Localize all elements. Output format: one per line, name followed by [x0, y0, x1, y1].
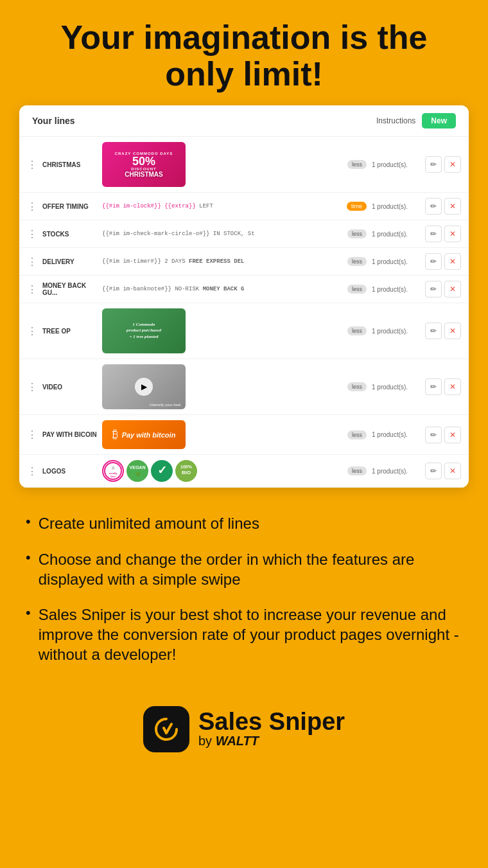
delete-button[interactable]: ✕: [444, 427, 461, 443]
certified-logo: ✓: [151, 460, 173, 482]
bullet-item: • Choose and change the order in which t…: [26, 549, 462, 589]
drag-handle[interactable]: ⋮: [27, 283, 37, 296]
line-preview: ₿ Pay with bitcoin: [102, 420, 342, 449]
action-buttons: ✏ ✕: [425, 427, 461, 443]
drag-handle[interactable]: ⋮: [27, 429, 37, 441]
bullet-text: Sales Sniper is your best shot to increa…: [39, 605, 462, 665]
brand-company: WALTT: [216, 734, 259, 748]
edit-button[interactable]: ✏: [425, 226, 442, 242]
line-preview: ▶ Intensify your look.: [102, 364, 342, 409]
edit-button[interactable]: ✏: [425, 323, 442, 339]
line-row: ⋮ PAY WITH BICOIN ₿ Pay with bitcoin les…: [19, 415, 469, 455]
edit-button[interactable]: ✏: [425, 427, 442, 443]
logos-banner: 🐰 cruelty free VEGAN 🌿: [102, 460, 197, 482]
edit-button[interactable]: ✏: [425, 281, 442, 297]
line-name: CHRISTMAS: [42, 161, 97, 168]
edit-button[interactable]: ✏: [425, 198, 442, 215]
bitcoin-icon: ₿: [112, 428, 118, 441]
tree-banner: 1 Commodoproduct purchased= 1 tree plant…: [102, 308, 186, 353]
drag-handle[interactable]: ⋮: [27, 256, 37, 268]
new-button[interactable]: New: [422, 113, 456, 128]
line-name: OFFER TIMING: [42, 203, 97, 210]
badge: less: [347, 160, 367, 169]
bullet-item: • Sales Sniper is your best shot to incr…: [26, 605, 462, 665]
line-row: ⋮ TREE OP 1 Commodoproduct purchased= 1 …: [19, 303, 469, 359]
badge: less: [347, 285, 367, 294]
drag-handle[interactable]: ⋮: [27, 465, 37, 477]
bullet-dot: •: [26, 549, 31, 566]
bullet-text: Create unlimited amount of lines: [39, 513, 259, 533]
line-row: ⋮ DELIVERY {{#im im-timer#}} 2 DAYS FREE…: [19, 248, 469, 276]
bio-logo: 100% BIO: [175, 460, 197, 482]
delete-button[interactable]: ✕: [444, 378, 461, 395]
drag-handle[interactable]: ⋮: [27, 200, 37, 213]
svg-text:100%: 100%: [180, 465, 193, 469]
bullet-dot: •: [26, 605, 31, 621]
vegan-logo: VEGAN 🌿: [126, 460, 148, 482]
play-button[interactable]: ▶: [135, 378, 153, 396]
line-preview: {{#im im-check-mark-circle-o#}} IN STOCK…: [102, 231, 342, 237]
bullets-section: • Create unlimited amount of lines • Cho…: [0, 500, 488, 693]
product-count: 1 product(s).: [372, 431, 420, 438]
badge: less: [347, 430, 367, 439]
line-name: VIDEO: [42, 384, 97, 391]
delete-button[interactable]: ✕: [444, 198, 461, 215]
badge: less: [347, 326, 367, 335]
app-header-right: Instructions New: [376, 113, 456, 128]
action-buttons: ✏ ✕: [425, 463, 461, 479]
app-window: Your lines Instructions New ⋮ CHRISTMAS …: [19, 105, 469, 488]
brand-name-sub: by WALTT: [198, 734, 345, 748]
action-buttons: ✏ ✕: [425, 156, 461, 173]
line-name: MONEY BACK GU...: [42, 282, 97, 296]
svg-point-4: [127, 461, 148, 481]
delete-button[interactable]: ✕: [444, 463, 461, 479]
badge: less: [347, 257, 367, 266]
action-buttons: ✏ ✕: [425, 323, 461, 339]
drag-handle[interactable]: ⋮: [27, 228, 37, 240]
edit-button[interactable]: ✏: [425, 378, 442, 395]
edit-button[interactable]: ✏: [425, 156, 442, 173]
line-preview: 🐰 cruelty free VEGAN 🌿: [102, 460, 342, 482]
bullet-text: Choose and change the order in which the…: [39, 549, 462, 589]
product-count: 1 product(s).: [372, 384, 420, 391]
app-header-title: Your lines: [32, 116, 75, 126]
product-count: 1 product(s).: [372, 328, 420, 335]
edit-button[interactable]: ✏: [425, 463, 442, 479]
line-row: ⋮ STOCKS {{#im im-check-mark-circle-o#}}…: [19, 220, 469, 248]
drag-handle[interactable]: ⋮: [27, 381, 37, 393]
brand-logo: [143, 706, 189, 752]
line-name: DELIVERY: [42, 258, 97, 265]
line-row: ⋮ MONEY BACK GU... {{#im im-banknote#}} …: [19, 276, 469, 303]
badge: less: [347, 382, 367, 391]
preview-text: {{#im im-check-mark-circle-o#}} IN STOCK…: [102, 231, 255, 237]
preview-text: {{#im im-clock#}} {{extra}} LEFT: [102, 203, 213, 209]
bullet-dot: •: [26, 513, 31, 530]
line-row: ⋮ OFFER TIMING {{#im im-clock#}} {{extra…: [19, 193, 469, 220]
badge: less: [347, 466, 367, 475]
delete-button[interactable]: ✕: [444, 281, 461, 297]
delete-button[interactable]: ✕: [444, 253, 461, 270]
bitcoin-banner: ₿ Pay with bitcoin: [102, 420, 186, 449]
svg-text:🌿: 🌿: [135, 472, 141, 477]
bullet-item: • Create unlimited amount of lines: [26, 513, 462, 533]
drag-handle[interactable]: ⋮: [27, 325, 37, 337]
line-name: LOGOS: [42, 468, 97, 475]
product-count: 1 product(s).: [372, 231, 420, 238]
delete-button[interactable]: ✕: [444, 156, 461, 173]
video-caption: Intensify your look.: [150, 403, 182, 407]
instructions-link[interactable]: Instructions: [376, 116, 415, 125]
brand-logo-icon: [151, 714, 182, 745]
action-buttons: ✏ ✕: [425, 378, 461, 395]
video-banner: ▶ Intensify your look.: [102, 364, 186, 409]
svg-text:VEGAN: VEGAN: [130, 465, 146, 470]
preview-text: {{#im im-banknote#}} NO-RISK MONEY BACK …: [102, 286, 244, 292]
product-count: 1 product(s).: [372, 161, 420, 168]
drag-handle[interactable]: ⋮: [27, 159, 37, 171]
product-count: 1 product(s).: [372, 258, 420, 265]
line-preview: 1 Commodoproduct purchased= 1 tree plant…: [102, 308, 342, 353]
delete-button[interactable]: ✕: [444, 323, 461, 339]
edit-button[interactable]: ✏: [425, 253, 442, 270]
delete-button[interactable]: ✕: [444, 226, 461, 242]
line-row: ⋮ VIDEO ▶ Intensify your look. less 1 pr…: [19, 359, 469, 415]
tree-text: 1 Commodoproduct purchased= 1 tree plant…: [123, 318, 165, 344]
